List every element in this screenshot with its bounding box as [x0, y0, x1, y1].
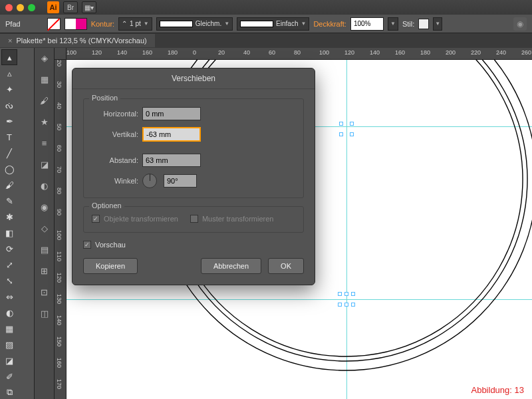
document-tab-title: Plakette* bei 123,5 % (CMYK/Vorschau) [16, 37, 146, 45]
stroke-profile-label: Gleichm. [196, 20, 221, 27]
pen-tool[interactable]: ✒ [1, 113, 17, 129]
stroke-swatch[interactable] [65, 19, 76, 29]
symbols-panel-icon[interactable]: ★ [39, 116, 51, 128]
appearance-panel-icon[interactable]: ◉ [39, 201, 51, 213]
horizontal-input[interactable] [142, 107, 201, 120]
minimize-window-button[interactable] [17, 4, 24, 11]
mesh-tool[interactable]: ▨ [1, 336, 17, 352]
stroke-profile-dropdown[interactable]: Gleichm.▼ [156, 17, 233, 31]
opacity-dropdown-arrow[interactable]: ▼ [388, 17, 398, 31]
scale-tool[interactable]: ⤡ [1, 273, 17, 289]
pencil-tool[interactable]: ✎ [1, 193, 17, 209]
transparency-panel-icon[interactable]: ◐ [39, 180, 51, 192]
color-panel-icon[interactable]: ◈ [39, 52, 51, 64]
position-fieldset: Position Horizontal: Vertikal: Abstand: … [83, 98, 304, 198]
cloud-sync-icon[interactable]: ◉ [513, 17, 527, 31]
opacity-label[interactable]: Deckkraft: [313, 20, 346, 28]
figure-caption: Abbildung: 13 [471, 385, 524, 395]
horizontal-ruler[interactable]: 1001201401601800204060801001201401601802… [66, 48, 532, 60]
app-logo-icon: Ai [47, 1, 59, 13]
fill-swatch[interactable] [47, 18, 61, 30]
stroke-label[interactable]: Kontur: [91, 20, 114, 28]
distance-input[interactable] [142, 154, 201, 167]
ok-button[interactable]: OK [268, 258, 304, 274]
copy-button[interactable]: Kopieren [83, 258, 138, 274]
blend-tool[interactable]: ⧉ [1, 384, 17, 399]
gradient-panel-icon[interactable]: ◪ [39, 158, 51, 170]
transform-patterns-checkbox[interactable]: Muster transformieren [190, 215, 274, 223]
lasso-tool[interactable]: ᔔ [1, 97, 17, 113]
document-tab-bar: × Plakette* bei 123,5 % (CMYK/Vorschau) [0, 33, 532, 48]
close-tab-icon[interactable]: × [8, 37, 12, 45]
transform-panel-icon[interactable]: ⊡ [39, 286, 51, 298]
distance-label: Abstand: [92, 156, 138, 164]
position-legend: Position [89, 94, 120, 102]
swatches-panel-icon[interactable]: ▦ [39, 73, 51, 85]
reflect-tool[interactable]: ⤢ [1, 257, 17, 273]
opacity-field[interactable]: 100% [350, 17, 384, 31]
tools-panel: ▴ ▵ ✦ ᔔ ✒ T ╱ ◯ 🖌 ✎ ✱ ◧ ⟳ ⤢ ⤡ ⇔ ◐ ▦ ▨ ◪ … [0, 48, 35, 399]
bridge-button[interactable]: Br [63, 1, 78, 13]
blob-brush-tool[interactable]: ✱ [1, 209, 17, 225]
pathfinder-panel-icon[interactable]: ◫ [39, 307, 51, 319]
angle-input[interactable] [164, 174, 197, 188]
graphic-styles-panel-icon[interactable]: ◇ [39, 222, 51, 234]
angle-label: Winkel: [92, 177, 138, 185]
zoom-window-button[interactable] [28, 4, 35, 11]
brushes-panel-icon[interactable]: 🖌 [39, 94, 51, 106]
transform-patterns-label: Muster transformieren [202, 215, 274, 223]
preview-label: Vorschau [95, 241, 126, 249]
options-legend: Optionen [89, 201, 124, 209]
layers-panel-icon[interactable]: ▤ [39, 243, 51, 255]
brush-dropdown[interactable]: Einfach▼ [237, 17, 309, 31]
opacity-value: 100% [354, 20, 371, 27]
brush-label: Einfach [276, 20, 298, 27]
stroke-weight-value: 1 pt [130, 20, 141, 27]
ellipse-tool[interactable]: ◯ [1, 161, 17, 177]
dialog-title: Verschieben [72, 68, 315, 89]
ruler-origin-button[interactable] [55, 48, 66, 60]
document-tab[interactable]: × Plakette* bei 123,5 % (CMYK/Vorschau) [0, 34, 155, 47]
type-tool[interactable]: T [1, 129, 17, 145]
perspective-tool[interactable]: ▦ [1, 321, 17, 336]
preview-checkbox[interactable]: ✓Vorschau [83, 241, 304, 249]
width-tool[interactable]: ⇔ [1, 289, 17, 305]
selection-anchor-top[interactable] [341, 124, 352, 134]
selection-anchor-center[interactable] [340, 294, 353, 305]
cancel-button[interactable]: Abbrechen [201, 258, 261, 274]
angle-dial-icon[interactable] [142, 174, 157, 188]
vertical-ruler[interactable]: 2030405060708090100110120130140150160170 [55, 60, 66, 399]
gradient-tool[interactable]: ◪ [1, 352, 17, 368]
stroke-swatch-group [65, 18, 87, 30]
arrange-documents-button[interactable]: ▦▾ [82, 1, 96, 13]
eraser-tool[interactable]: ◧ [1, 225, 17, 241]
move-dialog: Verschieben Position Horizontal: Vertika… [72, 68, 315, 285]
close-window-button[interactable] [5, 4, 13, 11]
selection-type-label: Pfad [5, 20, 21, 28]
horizontal-label: Horizontal: [92, 110, 138, 118]
stroke-panel-icon[interactable]: ≡ [39, 137, 51, 149]
direct-selection-tool[interactable]: ▵ [1, 65, 17, 81]
control-bar: Pfad Kontur: ⌃1 pt▼ Gleichm.▼ Einfach▼ D… [0, 15, 532, 33]
magic-wand-tool[interactable]: ✦ [1, 81, 17, 97]
options-fieldset: Optionen ✓Objekte transformieren Muster … [83, 206, 304, 233]
rotate-tool[interactable]: ⟳ [1, 241, 17, 257]
style-swatch[interactable] [418, 19, 429, 29]
line-tool[interactable]: ╱ [1, 145, 17, 161]
align-panel-icon[interactable]: ⊞ [39, 265, 51, 277]
transform-objects-checkbox[interactable]: ✓Objekte transformieren [92, 215, 178, 223]
eyedropper-tool[interactable]: ✐ [1, 368, 17, 384]
vertical-input[interactable] [142, 127, 201, 142]
stroke-color-swatch[interactable] [76, 19, 86, 29]
style-dropdown-arrow[interactable]: ▼ [433, 17, 442, 31]
selection-tool[interactable]: ▴ [1, 49, 17, 65]
side-panel-strip: ◈ ▦ 🖌 ★ ≡ ◪ ◐ ◉ ◇ ▤ ⊞ ⊡ ◫ [35, 48, 55, 399]
window-titlebar: Ai Br ▦▾ [0, 0, 532, 15]
shape-builder-tool[interactable]: ◐ [1, 305, 17, 321]
transform-objects-label: Objekte transformieren [104, 215, 178, 223]
style-label: Stil: [402, 20, 414, 28]
vertical-label: Vertikal: [92, 130, 138, 138]
paintbrush-tool[interactable]: 🖌 [1, 177, 17, 193]
stroke-weight-dropdown[interactable]: ⌃1 pt▼ [118, 17, 152, 31]
